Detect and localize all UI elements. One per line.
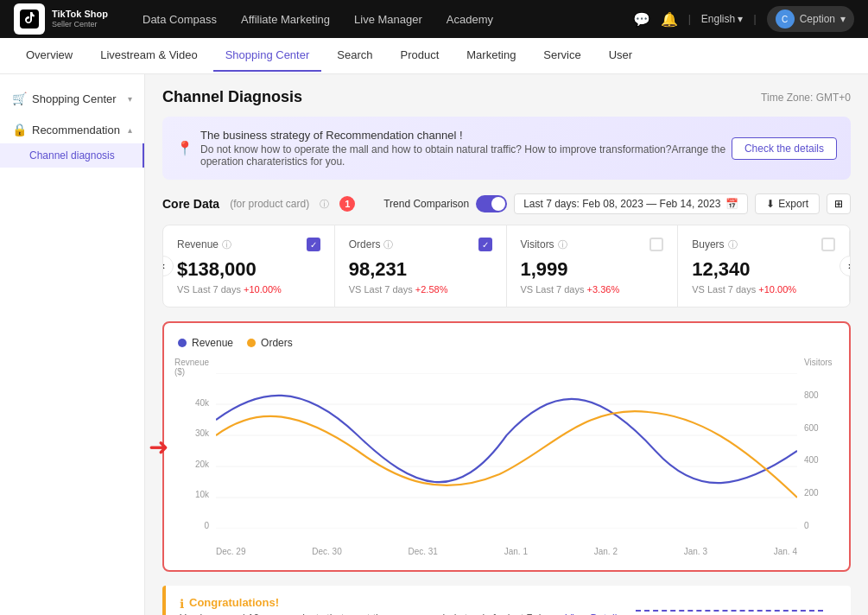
- buyers-label: Buyers: [692, 238, 724, 250]
- timezone-label: Time Zone: GMT+0: [761, 92, 851, 104]
- orders-label: Orders: [349, 238, 381, 250]
- orders-trend: +2.58%: [415, 284, 448, 295]
- buyers-trend: +10.00%: [758, 284, 796, 295]
- location-icon: 📍: [176, 140, 193, 156]
- metric-card-visitors-header: Visitors ⓘ: [521, 238, 664, 251]
- legend-revenue: Revenue: [178, 337, 233, 349]
- visitors-value: 1,999: [521, 258, 664, 281]
- nav-live-manager[interactable]: Live Manager: [354, 3, 422, 36]
- revenue-label: Revenue: [177, 238, 219, 250]
- sidebar-header-recommendation[interactable]: 🔒 Recommendation ▴: [0, 116, 144, 143]
- red-arrow-left-icon: ➜: [149, 433, 168, 461]
- visitors-trend: +3.36%: [587, 284, 620, 295]
- core-data-subtitle: (for product card): [230, 198, 309, 210]
- top-navigation: TikTok Shop Seller Center Data Compass A…: [0, 0, 868, 38]
- sidebar-header-shopping-center[interactable]: 🛒 Shopping Center ▾: [0, 85, 144, 112]
- settings-button[interactable]: ⊞: [827, 193, 851, 214]
- legend-revenue-dot: [178, 339, 187, 347]
- info-banner-left: 📍 The business strategy of Recommendatio…: [176, 129, 732, 168]
- subnav-product[interactable]: Product: [388, 40, 451, 72]
- user-avatar: C: [776, 10, 795, 29]
- export-button[interactable]: ⬇ Export: [755, 193, 820, 214]
- message-icon[interactable]: 💬: [633, 11, 650, 28]
- congrats-title: Congratulations!: [189, 596, 279, 609]
- shield-icon: 🔒: [12, 123, 27, 136]
- subnav-shopping-center[interactable]: Shopping Center: [213, 40, 322, 72]
- congratulations-banner: ℹ Congratulations! You increased 10 new …: [162, 586, 851, 615]
- metric-card-buyers: Buyers ⓘ 12,340 VS Last 7 days +10.00%: [678, 225, 850, 307]
- main-content: Channel Diagnosis Time Zone: GMT+0 📍 The…: [145, 74, 868, 615]
- logo-text: TikTok Shop Seller Center: [52, 9, 108, 29]
- info-circle-icon: ℹ: [180, 597, 184, 611]
- notification-badge: 1: [339, 196, 355, 212]
- subnav-search[interactable]: Search: [325, 40, 384, 72]
- visitors-checkbox[interactable]: [649, 238, 663, 251]
- subnav-user[interactable]: User: [597, 40, 644, 72]
- buyers-help-icon[interactable]: ⓘ: [728, 238, 738, 251]
- subnav-marketing[interactable]: Marketing: [454, 40, 528, 72]
- tiktok-logo-icon: [14, 3, 45, 35]
- orders-help-icon[interactable]: ⓘ: [383, 238, 393, 251]
- app-layout: 🛒 Shopping Center ▾ 🔒 Recommendation ▴ C…: [0, 74, 868, 615]
- trend-toggle-group: Trend Comparison Last 7 days: Feb 08, 20…: [383, 193, 851, 214]
- sidebar-item-channel-diagnosis[interactable]: Channel diagnosis: [0, 143, 144, 168]
- calendar-icon: 📅: [725, 198, 738, 210]
- revenue-value: $138,000: [177, 258, 320, 281]
- orders-checkbox[interactable]: ✓: [478, 238, 492, 251]
- date-range-picker[interactable]: Last 7 days: Feb 08, 2023 — Feb 14, 2023…: [514, 193, 748, 214]
- user-menu[interactable]: C Ception ▾: [767, 6, 854, 32]
- orders-compare: VS Last 7 days +2.58%: [349, 284, 492, 295]
- chart-svg: [216, 373, 797, 529]
- sub-navigation: Overview Livestream & Video Shopping Cen…: [0, 38, 868, 74]
- subnav-livestream-video[interactable]: Livestream & Video: [88, 40, 210, 72]
- x-axis-labels: Dec. 29 Dec. 30 Dec. 31 Jan. 1 Jan. 2 Ja…: [216, 547, 797, 556]
- metric-card-visitors: Visitors ⓘ 1,999 VS Last 7 days +3.36%: [507, 225, 679, 307]
- buyers-checkbox[interactable]: [821, 238, 835, 251]
- shopping-cart-icon: 🛒: [12, 92, 27, 105]
- revenue-compare: VS Last 7 days +10.00%: [177, 284, 320, 295]
- buyers-value: 12,340: [692, 258, 835, 281]
- metric-card-orders: Orders ⓘ ✓ 98,231 VS Last 7 days +2.58%: [335, 225, 507, 307]
- logo: TikTok Shop Seller Center: [14, 3, 108, 35]
- trend-comparison-label: Trend Comparison: [383, 198, 469, 210]
- help-icon[interactable]: ⓘ: [320, 198, 329, 211]
- chevron-down-icon-0: ▾: [128, 94, 132, 104]
- page-header: Channel Diagnosis Time Zone: GMT+0: [162, 88, 851, 106]
- core-data-title: Core Data: [162, 197, 219, 211]
- visitors-compare: VS Last 7 days +3.36%: [521, 284, 664, 295]
- dashed-separator: [636, 610, 823, 612]
- trend-toggle-switch[interactable]: [476, 195, 507, 212]
- download-icon: ⬇: [766, 198, 775, 210]
- svg-rect-0: [20, 10, 39, 29]
- info-banner-content: The business strategy of Recommendation …: [200, 129, 732, 168]
- subnav-service[interactable]: Service: [531, 40, 592, 72]
- check-details-button[interactable]: Check the details: [732, 137, 837, 160]
- buyers-compare: VS Last 7 days +10.00%: [692, 284, 835, 295]
- revenue-help-icon[interactable]: ⓘ: [222, 238, 231, 251]
- y-axis-left: Revneue ($) 40k 30k 20k 10k 0: [178, 358, 212, 530]
- metric-card-revenue-header: Revenue ⓘ ✓: [177, 238, 320, 251]
- notification-icon[interactable]: 🔔: [661, 11, 678, 28]
- nav-academy[interactable]: Academy: [447, 3, 493, 36]
- chevron-up-icon-1: ▴: [128, 125, 132, 135]
- nav-data-compass[interactable]: Data Compass: [143, 3, 217, 36]
- core-data-header: Core Data (for product card) ⓘ 1 Trend C…: [162, 193, 851, 214]
- metric-card-buyers-header: Buyers ⓘ: [692, 238, 835, 251]
- legend-orders: Orders: [247, 337, 293, 349]
- visitors-help-icon[interactable]: ⓘ: [558, 238, 567, 251]
- sidebar: 🛒 Shopping Center ▾ 🔒 Recommendation ▴ C…: [0, 74, 145, 615]
- nav-affiliate-marketing[interactable]: Affiliate Marketing: [241, 3, 330, 36]
- language-selector[interactable]: English ▾: [701, 13, 744, 25]
- metric-card-revenue: Revenue ⓘ ✓ $138,000 VS Last 7 days +10.…: [163, 225, 335, 307]
- chart-container: ➜ Revenue Orders Revneue ($) 40k 30k 20k: [162, 321, 851, 572]
- chart-legend: Revenue Orders: [178, 337, 835, 349]
- subnav-overview[interactable]: Overview: [14, 40, 85, 72]
- visitors-label: Visitors: [521, 238, 554, 250]
- chart-svg-area: Revneue ($) 40k 30k 20k 10k 0 Visitors 8…: [178, 358, 835, 556]
- sidebar-section-recommendation: 🔒 Recommendation ▴ Channel diagnosis: [0, 116, 144, 168]
- congrats-content: ℹ Congratulations! You increased 10 new …: [180, 596, 622, 615]
- metric-cards: ‹ Revenue ⓘ ✓ $138,000 VS Last 7 days +1…: [162, 225, 851, 308]
- revenue-checkbox[interactable]: ✓: [307, 238, 320, 251]
- top-nav-links: Data Compass Affiliate Marketing Live Ma…: [143, 3, 612, 36]
- top-nav-right: 💬 🔔 | English ▾ | C Ception ▾: [633, 6, 854, 32]
